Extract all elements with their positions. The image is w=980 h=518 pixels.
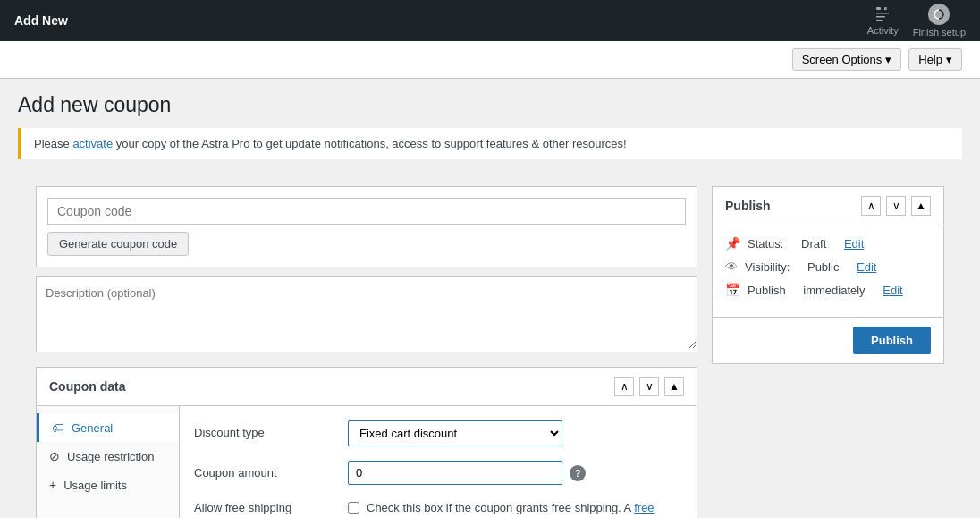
publish-time-icon: 📅	[725, 283, 740, 297]
tab-general[interactable]: 🏷 General	[37, 413, 179, 442]
activate-link[interactable]: activate	[72, 137, 113, 150]
svg-rect-2	[876, 16, 885, 18]
general-tab-icon: 🏷	[52, 420, 64, 435]
coupon-amount-label: Coupon amount	[194, 461, 337, 480]
status-edit-link[interactable]: Edit	[844, 237, 864, 251]
publish-time-edit-link[interactable]: Edit	[883, 284, 902, 297]
publish-title: Publish	[725, 199, 771, 213]
help-button[interactable]: Help ▾	[908, 48, 962, 71]
coupon-amount-input[interactable]	[348, 461, 562, 485]
publish-footer: Publish	[713, 317, 943, 363]
content-left: Generate coupon code Coupon data ∧ ∨ ▲	[36, 186, 697, 518]
publish-collapse-up-button[interactable]: ∧	[861, 196, 881, 216]
publish-time-label: Publish	[748, 284, 786, 297]
coupon-amount-row: Coupon amount ?	[194, 461, 682, 485]
notice-text-after: your copy of the Astra Pro to get update…	[113, 137, 626, 150]
status-value: Draft	[801, 237, 826, 251]
publish-minimize-button[interactable]: ▲	[911, 196, 931, 216]
finish-setup-icon	[928, 4, 950, 25]
top-bar: Add New Activity Finish setup	[0, 0, 980, 41]
visibility-icon: 👁	[725, 259, 738, 274]
header-area: Screen Options ▾ Help ▾	[0, 41, 980, 79]
page-content: Add new coupon Please activate your copy…	[0, 79, 980, 518]
general-tab-content: Discount type Percentage discount Fixed …	[180, 406, 697, 518]
description-box	[36, 276, 697, 352]
free-shipping-text-before: Check this box if the coupon grants free…	[367, 501, 634, 514]
publish-body: 📌 Status: Draft Edit 👁 Visibility: Publi…	[713, 225, 943, 317]
coupon-tabs: 🏷 General ⊘ Usage restriction + Usage li…	[37, 406, 180, 518]
free-shipping-description: Check this box if the coupon grants free…	[367, 499, 682, 518]
coupon-data-collapse-up-button[interactable]: ∧	[614, 377, 634, 396]
coupon-amount-content: ?	[348, 461, 682, 485]
discount-type-select[interactable]: Percentage discount Fixed cart discount …	[348, 420, 562, 446]
publish-time-value: immediately	[803, 284, 865, 297]
discount-type-input-wrap: Percentage discount Fixed cart discount …	[348, 420, 682, 446]
help-chevron-icon: ▾	[946, 53, 952, 66]
general-tab-label: General	[72, 421, 113, 435]
svg-rect-0	[876, 7, 881, 10]
visibility-value: Public	[807, 260, 839, 274]
usage-restriction-tab-label: Usage restriction	[67, 450, 155, 463]
coupon-data-minimize-button[interactable]: ▲	[664, 377, 684, 396]
header-buttons: Screen Options ▾ Help ▾	[792, 48, 962, 71]
free-shipping-row: Allow free shipping Check this box if th…	[194, 499, 682, 518]
coupon-data-collapse-down-button[interactable]: ∨	[639, 377, 659, 396]
screen-options-button[interactable]: Screen Options ▾	[792, 48, 902, 71]
usage-limits-tab-label: Usage limits	[63, 479, 127, 492]
content-right: Publish ∧ ∨ ▲ 📌 Status: Draft Edit 👁 Vis…	[712, 186, 944, 378]
usage-limits-tab-icon: +	[49, 478, 56, 492]
screen-options-label: Screen Options	[802, 53, 883, 66]
publish-visibility-row: 👁 Visibility: Public Edit	[725, 259, 931, 274]
coupon-code-input[interactable]	[47, 198, 686, 225]
publish-box: Publish ∧ ∨ ▲ 📌 Status: Draft Edit 👁 Vis…	[712, 186, 944, 364]
status-icon: 📌	[725, 236, 740, 251]
half-circle-icon	[933, 8, 945, 21]
help-label: Help	[918, 53, 942, 66]
tab-usage-limits[interactable]: + Usage limits	[37, 471, 179, 499]
publish-controls: ∧ ∨ ▲	[861, 196, 931, 216]
publish-collapse-down-button[interactable]: ∨	[886, 196, 906, 216]
publish-time-row: 📅 Publish immediately Edit	[725, 283, 931, 297]
svg-rect-1	[876, 13, 889, 14]
generate-coupon-button[interactable]: Generate coupon code	[47, 232, 189, 256]
screen-options-chevron-icon: ▾	[885, 53, 891, 66]
coupon-data-body: 🏷 General ⊘ Usage restriction + Usage li…	[37, 406, 697, 518]
add-new-title: Add New	[14, 13, 68, 28]
top-bar-left: Add New	[14, 13, 68, 28]
coupon-data-section: Coupon data ∧ ∨ ▲ 🏷 General	[36, 367, 697, 518]
visibility-label: Visibility:	[745, 260, 790, 274]
free-shipping-content: Check this box if the coupon grants free…	[348, 499, 682, 518]
publish-status-row: 📌 Status: Draft Edit	[725, 236, 931, 251]
discount-type-row: Discount type Percentage discount Fixed …	[194, 420, 682, 446]
free-shipping-checkbox[interactable]	[348, 502, 359, 514]
free-shipping-checkbox-wrap: Check this box if the coupon grants free…	[348, 499, 682, 518]
top-bar-right: Activity Finish setup	[867, 4, 966, 38]
free-shipping-label: Allow free shipping	[194, 499, 337, 514]
description-textarea[interactable]	[37, 277, 697, 349]
visibility-edit-link[interactable]: Edit	[857, 260, 876, 274]
usage-restriction-tab-icon: ⊘	[49, 449, 60, 463]
publish-header: Publish ∧ ∨ ▲	[713, 187, 943, 225]
coupon-amount-help-icon[interactable]: ?	[570, 465, 586, 481]
coupon-code-box: Generate coupon code	[36, 186, 697, 267]
coupon-data-header: Coupon data ∧ ∨ ▲	[37, 368, 697, 406]
finish-setup-button[interactable]: Finish setup	[913, 4, 966, 38]
notice-text-before: Please	[34, 137, 72, 150]
coupon-data-title: Coupon data	[49, 379, 126, 394]
coupon-amount-input-wrap: ?	[348, 461, 682, 485]
svg-rect-3	[876, 20, 883, 21]
activity-icon	[874, 5, 891, 23]
coupon-data-controls: ∧ ∨ ▲	[614, 377, 684, 396]
publish-button[interactable]: Publish	[853, 327, 931, 354]
activity-label: Activity	[867, 25, 899, 36]
finish-setup-label: Finish setup	[913, 27, 966, 38]
status-label: Status:	[748, 237, 783, 251]
page-title: Add new coupon	[18, 93, 962, 117]
activation-notice: Please activate your copy of the Astra P…	[18, 128, 962, 159]
tab-usage-restriction[interactable]: ⊘ Usage restriction	[37, 442, 179, 471]
discount-type-label: Discount type	[194, 420, 337, 439]
activity-button[interactable]: Activity	[867, 5, 899, 36]
main-wrap: Generate coupon code Coupon data ∧ ∨ ▲	[18, 172, 962, 518]
